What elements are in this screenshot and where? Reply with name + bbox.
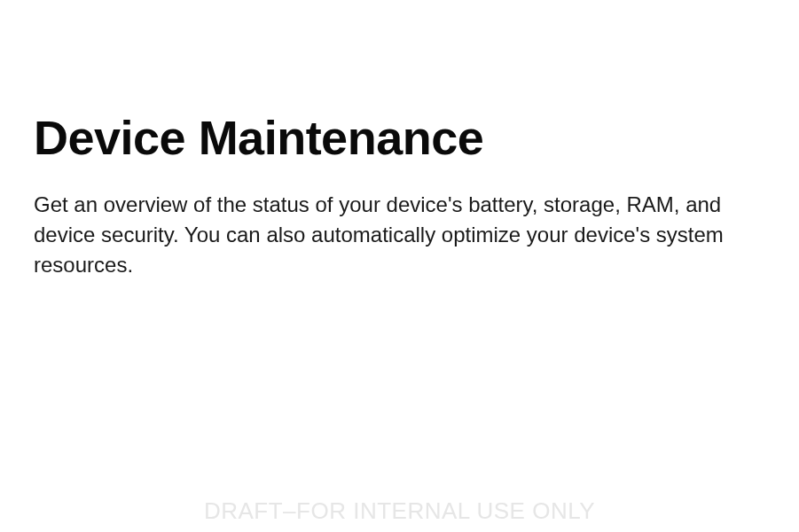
page-title: Device Maintenance bbox=[34, 113, 765, 161]
document-content: Device Maintenance Get an overview of th… bbox=[0, 0, 799, 280]
watermark-text: DRAFT–FOR INTERNAL USE ONLY bbox=[0, 497, 799, 525]
page-description: Get an overview of the status of your de… bbox=[34, 190, 761, 280]
